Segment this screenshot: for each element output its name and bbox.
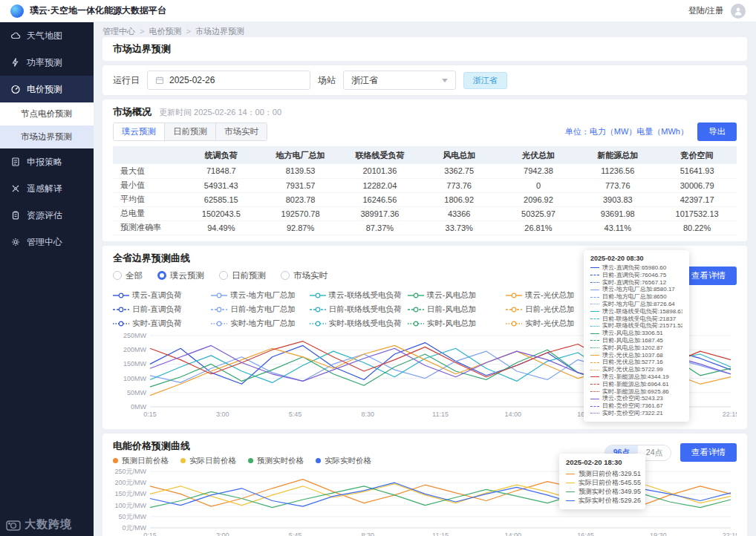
table-cell: 20101.36 — [340, 164, 420, 178]
series-marker-icon — [590, 391, 599, 392]
legend-item[interactable]: 实时-直调负荷 — [113, 318, 208, 329]
series-marker-icon — [590, 297, 599, 298]
tooltip-line: 实时-直调负荷:76567.12 — [590, 279, 682, 287]
table-cell: 62585.15 — [181, 192, 261, 206]
sidebar-item-weather-map[interactable]: 天气地图 — [0, 22, 94, 49]
svg-text:50MW: 50MW — [127, 388, 147, 396]
sidebar-item-label: 天气地图 — [27, 30, 62, 42]
legend-item[interactable]: 实时-地方电厂总加 — [211, 318, 306, 329]
series-marker-icon — [590, 318, 599, 319]
legend-item[interactable]: 璞云-地方电厂总加 — [211, 290, 306, 301]
radio-市场实时[interactable]: 市场实时 — [281, 270, 328, 281]
svg-text:14:00: 14:00 — [504, 532, 521, 536]
series-marker-icon — [566, 483, 575, 483]
legend-dot-icon — [180, 458, 186, 463]
sidebar-item-admin-center[interactable]: 管理中心 — [0, 229, 94, 255]
app-header: 璞云·天空地一体化能源大数据平台 登陆/注册 — [0, 0, 756, 22]
overview-table: 统调负荷地方电厂总加联络线受负荷风电总加光伏总加新能源总加竞价空间 最大值718… — [113, 146, 737, 235]
price-chart-tooltip: 2025-02-20 18:30 预测日前价格:329.51实际日前价格:545… — [559, 454, 645, 509]
legend-dot-icon — [316, 458, 321, 463]
price-view-detail-button[interactable]: 查看详情 — [680, 443, 737, 462]
sidebar-item-market-boundary-forecast[interactable]: 市场边界预测 — [0, 125, 94, 148]
page-title: 市场边界预测 — [102, 37, 747, 61]
overview-tab[interactable]: 璞云预测 — [114, 123, 165, 140]
svg-text:150元/MW: 150元/MW — [114, 490, 146, 497]
legend-item[interactable]: 日前-直调负荷 — [113, 304, 208, 315]
legend-item[interactable]: 实际日前价格 — [180, 456, 236, 466]
user-avatar[interactable] — [731, 4, 746, 19]
sidebar-item-price-forecast[interactable]: 电价预测 — [0, 76, 94, 102]
sidebar-item-remote-sensing[interactable]: 遥感解译 — [0, 175, 94, 202]
tooltip-line: 璞云-光伏总加:1037.68 — [590, 352, 682, 359]
breadcrumb-item[interactable]: 管理中心 — [102, 26, 135, 37]
sidebar-item-declaration-strategy[interactable]: 申报策略 — [0, 148, 94, 175]
legend-marker-icon — [506, 292, 522, 299]
legend-item[interactable]: 实时-风电总加 — [408, 318, 503, 329]
legend-item[interactable]: 璞云-风电总加 — [408, 290, 503, 301]
tooltip-line: 日前-直调负荷:76046.75 — [590, 272, 682, 279]
radio-璞云预测[interactable]: 璞云预测 — [157, 270, 204, 281]
row-label: 平均值 — [113, 192, 181, 206]
table-cell: 92.87% — [261, 220, 340, 235]
legend-item[interactable]: 日前-风电总加 — [408, 304, 503, 315]
watermark-text: 大数跨境 — [25, 517, 72, 532]
legend-marker-icon — [310, 306, 326, 313]
series-marker-icon — [590, 311, 599, 312]
legend-item[interactable]: 日前-地方电厂总加 — [211, 304, 306, 315]
sidebar-item-resource-evaluation[interactable]: 资源评估 — [0, 202, 94, 229]
table-cell: 43366 — [420, 206, 499, 220]
radio-dot — [157, 271, 166, 280]
legend-item[interactable]: 实际实时价格 — [316, 456, 371, 466]
legend-item[interactable]: 实时-联络线受电负荷 — [310, 318, 405, 329]
table-cell: 12282.04 — [340, 178, 420, 192]
watermark: 大数跨境 — [6, 517, 72, 532]
table-cell: 87.37% — [340, 220, 420, 235]
radio-日前预测[interactable]: 日前预测 — [219, 270, 266, 281]
svg-text:3:00: 3:00 — [216, 411, 229, 418]
series-marker-icon — [590, 333, 599, 334]
export-button[interactable]: 导出 — [697, 122, 737, 141]
table-row: 总电量1502043.5192570.78389917.364336650325… — [113, 206, 737, 220]
chevron-down-icon — [442, 79, 448, 82]
legend-item[interactable]: 璞云-直调负荷 — [113, 290, 208, 301]
sidebar-item-power-forecast[interactable]: 功率预测 — [0, 49, 94, 76]
radio-dot — [281, 271, 290, 280]
login-register-link[interactable]: 登陆/注册 — [688, 5, 723, 16]
legend-marker-icon — [113, 292, 129, 299]
table-cell: 8023.78 — [261, 192, 340, 206]
breadcrumb-separator: > — [186, 27, 190, 36]
table-cell: 389917.36 — [340, 206, 420, 220]
tooltip-line: 实际日前价格:545.55 — [566, 478, 639, 487]
run-date-input[interactable]: 2025-02-26 — [147, 71, 310, 90]
station-select[interactable]: 浙江省 — [343, 71, 456, 90]
breadcrumb-item[interactable]: 电价预测 — [149, 26, 181, 37]
legend-item[interactable]: 预测日前价格 — [113, 456, 169, 466]
weather-map-icon — [10, 30, 21, 41]
breadcrumb-item-current[interactable]: 市场边界预测 — [195, 26, 244, 37]
app-root: 璞云·天空地一体化能源大数据平台 登陆/注册 天气地图 功率预测 电价预测 节点… — [0, 0, 756, 536]
tooltip-line: 实时-光伏总加:5722.99 — [590, 366, 682, 373]
sidebar-submenu: 节点电价预测 市场边界预测 — [0, 102, 94, 148]
table-header-cell: 风电总加 — [420, 146, 499, 164]
series-marker-icon — [590, 355, 599, 356]
calendar-icon — [155, 76, 164, 85]
table-cell: 11236.56 — [578, 164, 657, 178]
boundary-chart-tooltip: 2025-02-20 08:30 璞云-直调负荷:65980.60日前-直调负荷… — [584, 250, 689, 422]
series-marker-icon — [566, 500, 575, 501]
legend-item[interactable]: 日前-联络线受电负荷 — [310, 304, 405, 315]
table-cell: 80.22% — [657, 220, 737, 235]
overview-tab[interactable]: 市场实时 — [216, 123, 267, 140]
legend-item[interactable]: 预测实时价格 — [248, 456, 304, 466]
legend-item[interactable]: 璞云-联络线受电负荷 — [310, 290, 405, 301]
svg-text:200MW: 200MW — [123, 346, 147, 353]
radio-全部[interactable]: 全部 — [113, 270, 143, 281]
series-marker-icon — [590, 347, 599, 348]
svg-text:8:30: 8:30 — [361, 411, 374, 418]
legend-dot-icon — [113, 458, 118, 463]
sidebar-item-node-price-forecast[interactable]: 节点电价预测 — [0, 102, 94, 125]
overview-tab[interactable]: 日前预测 — [165, 123, 216, 140]
tooltip-line: 璞云-地方电厂总加:8580.17 — [590, 286, 682, 293]
price-legend: 预测日前价格实际日前价格预测实时价格实际实时价格 — [113, 456, 605, 466]
legend-marker-icon — [211, 320, 227, 327]
series-marker-icon — [590, 340, 599, 341]
